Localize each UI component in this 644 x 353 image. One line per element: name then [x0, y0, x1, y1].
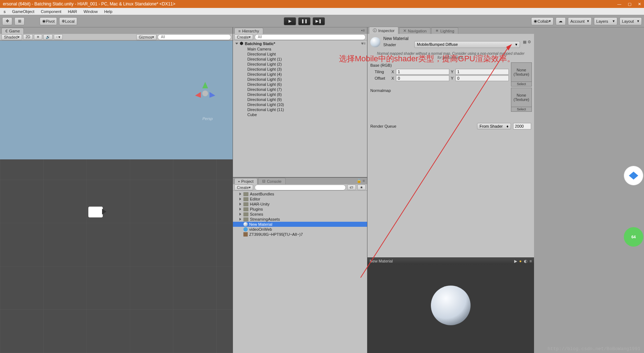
camera-gizmo-icon[interactable]	[88, 207, 103, 217]
play-button[interactable]: ▶	[284, 17, 296, 25]
layers-dropdown[interactable]: Layers ▾	[594, 17, 617, 25]
audio-toggle[interactable]: 🔊	[43, 34, 53, 40]
favorite-icon[interactable]: ★	[357, 185, 366, 190]
hierarchy-create-dropdown[interactable]: Create ▾	[234, 34, 253, 40]
offset-y-input[interactable]	[455, 75, 509, 81]
hierarchy-item[interactable]: Directional Light (1)	[233, 57, 367, 62]
project-item[interactable]: ZT399U8G~HPT95[TU~A8~)7	[233, 232, 367, 237]
scene-menu-icon[interactable]: ▾≡	[361, 41, 366, 46]
hierarchy-item[interactable]: Directional Light (11)	[233, 107, 367, 112]
component-menu-icon[interactable]: ▦ ⚙	[523, 40, 531, 44]
lighting-tab[interactable]: ☀ Lighting	[431, 27, 458, 34]
hierarchy-item[interactable]: Directional Light (2)	[233, 62, 367, 67]
navigation-tab[interactable]: ✕ Navigation	[399, 27, 431, 34]
floating-app-icon[interactable]	[624, 166, 643, 185]
project-item[interactable]: videoOnWeb	[233, 227, 367, 232]
hierarchy-item[interactable]: Directional Light (6)	[233, 82, 367, 87]
inspector-column: ⓘ Inspector ✕ Navigation ☀ Lighting New …	[367, 27, 534, 353]
shader-label: Shader	[383, 43, 412, 47]
menu-item[interactable]: Component	[39, 9, 63, 14]
hierarchy-item[interactable]: Directional Light (9)	[233, 97, 367, 102]
scene-view[interactable]: Persp	[0, 40, 233, 353]
maximize-button[interactable]: ▢	[628, 2, 631, 6]
render-queue-value-input[interactable]	[513, 123, 531, 129]
panel-menu-icon[interactable]: 🔒 ≡	[357, 178, 365, 183]
inspector-body: New Material Shader Mobile/Bumped Diffus…	[367, 34, 534, 353]
project-item[interactable]: Plugins	[233, 207, 367, 212]
tiling-label: Tiling	[370, 70, 390, 74]
collab-dropdown[interactable]: ◉ Collab ▾	[531, 17, 553, 25]
hierarchy-item[interactable]: Directional Light	[233, 52, 367, 57]
hierarchy-item[interactable]: Directional Light (8)	[233, 92, 367, 97]
hierarchy-search[interactable]	[255, 34, 366, 40]
hand-tool[interactable]: ✥	[2, 17, 12, 25]
preview-play-icon[interactable]: ▶	[514, 259, 517, 264]
project-item[interactable]: New Material	[233, 222, 367, 227]
console-tab[interactable]: ⊟ Console	[258, 178, 285, 184]
hierarchy-item[interactable]: Directional Light (5)	[233, 77, 367, 82]
unity-icon: ⬢	[240, 41, 243, 46]
shaded-dropdown[interactable]: Shaded ▾	[1, 34, 22, 40]
expand-icon[interactable]	[235, 43, 238, 44]
menu-item[interactable]: Help	[102, 9, 115, 14]
hierarchy-item[interactable]: Cube	[233, 112, 367, 117]
svg-point-3	[202, 91, 208, 96]
preview-sphere[interactable]	[431, 286, 471, 325]
tiling-y-input[interactable]	[455, 69, 509, 75]
tiling-x-input[interactable]	[396, 69, 449, 75]
gizmos-dropdown[interactable]: Gizmos ▾	[136, 34, 156, 40]
project-search[interactable]	[255, 185, 346, 190]
hierarchy-item[interactable]: Directional Light (3)	[233, 67, 367, 72]
hierarchy-item[interactable]: Main Camera	[233, 47, 367, 52]
panel-menu-icon[interactable]: ▪≡	[361, 28, 365, 32]
step-button[interactable]: ▶❚	[313, 17, 325, 25]
project-item[interactable]: AssetBundles	[233, 191, 367, 197]
orientation-gizmo[interactable]	[192, 80, 218, 106]
project-item[interactable]: StreamingAssets	[233, 217, 367, 222]
menu-item[interactable]: GameObject	[10, 9, 37, 14]
local-toggle[interactable]: ⊕ Local	[59, 17, 77, 25]
hierarchy-item[interactable]: Directional Light (7)	[233, 87, 367, 92]
hierarchy-item[interactable]: Directional Light (4)	[233, 72, 367, 77]
project-tab[interactable]: ▪ Project	[234, 178, 257, 184]
menu-item[interactable]: HiAR	[66, 9, 79, 14]
pivot-toggle[interactable]: ◉ Pivot	[40, 17, 57, 25]
search-filter-icon[interactable]: 🏷	[347, 185, 356, 190]
render-queue-source-dropdown[interactable]: From Shader♦	[477, 123, 511, 129]
minimize-button[interactable]: —	[617, 2, 621, 6]
menu-item[interactable]: s	[1, 9, 8, 14]
hierarchy-tab[interactable]: ≡ Hierarchy	[234, 28, 263, 34]
2d-toggle[interactable]: 2D	[23, 34, 33, 40]
hierarchy-tab-bar: ≡ Hierarchy ▪≡	[233, 27, 367, 34]
pause-button[interactable]: ❚❚	[298, 17, 310, 25]
project-item[interactable]: HiAR-Unity	[233, 202, 367, 207]
offset-x-input[interactable]	[396, 75, 449, 81]
move-tool[interactable]: ⊞	[14, 17, 25, 25]
select-texture-button[interactable]: Select	[511, 107, 532, 112]
normalmap-texture-slot[interactable]: None (Texture) Select	[511, 88, 532, 107]
project-create-dropdown[interactable]: Create ▾	[234, 185, 253, 190]
select-texture-button[interactable]: Select	[511, 81, 532, 87]
project-item[interactable]: Editor	[233, 197, 367, 202]
preview-shape-icon[interactable]: ◐	[524, 259, 528, 264]
scene-search[interactable]	[158, 34, 231, 40]
close-button[interactable]: ✕	[638, 2, 641, 6]
hierarchy-item[interactable]: Directional Light (10)	[233, 102, 367, 107]
base-texture-slot[interactable]: None (Texture) Select	[511, 62, 532, 82]
svg-marker-0	[202, 82, 208, 88]
shader-dropdown[interactable]: Mobile/Bumped Diffuse▾	[414, 41, 520, 48]
game-tab[interactable]: € Game	[1, 28, 24, 34]
preview-light-icon[interactable]: ●	[519, 259, 522, 264]
cloud-button[interactable]: ☁	[556, 17, 566, 25]
light-toggle[interactable]: ☀	[34, 34, 42, 40]
project-item[interactable]: Scenes	[233, 212, 367, 217]
menu-item[interactable]: Window	[81, 9, 100, 14]
account-dropdown[interactable]: Account ▾	[568, 17, 592, 25]
floating-badge-icon[interactable]: 64	[624, 227, 643, 247]
layout-dropdown[interactable]: Layout ▾	[619, 17, 642, 25]
render-queue-label: Render Queue	[370, 124, 475, 128]
inspector-tab[interactable]: ⓘ Inspector	[369, 27, 398, 34]
fx-toggle[interactable]: ▫ ▾	[54, 34, 63, 40]
preview-menu-icon[interactable]: ≡	[530, 259, 532, 264]
scene-header[interactable]: ⬢ Batching Static* ▾≡	[233, 40, 367, 47]
